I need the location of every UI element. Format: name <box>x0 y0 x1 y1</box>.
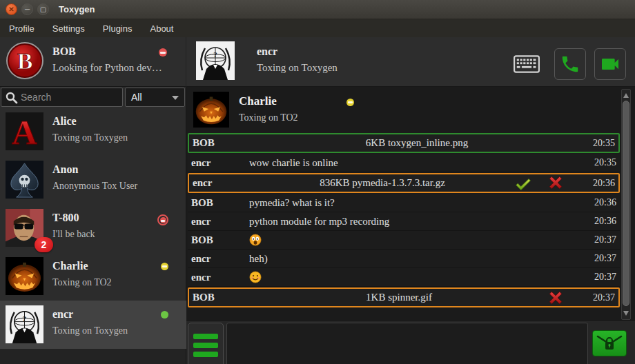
active-chat-name: encr <box>257 46 277 58</box>
contact-status-message: Toxing on TO2 <box>52 277 112 288</box>
smiling-face-emoji <box>249 271 262 283</box>
charlie-avatar <box>193 92 229 128</box>
contact-status-message: Toxing on Toxygen <box>52 325 128 336</box>
contact-status-message: Anonymous Tox User <box>52 181 137 192</box>
close-window-icon[interactable]: ✕ <box>6 3 17 15</box>
message-time: 20:35 <box>583 138 615 149</box>
menu-profile[interactable]: Profile <box>9 23 35 34</box>
contact-item-charlie[interactable]: Charlie Toxing on TO2 <box>0 252 186 301</box>
message-sender: encr <box>191 216 249 228</box>
self-name: BOB <box>52 46 76 58</box>
message-scrollbar[interactable] <box>621 89 631 320</box>
message-time: 20:37 <box>585 272 616 283</box>
self-avatar: B <box>6 41 44 80</box>
message-row: encr 20:37 <box>188 268 620 287</box>
unread-count-badge: 2 <box>35 237 53 252</box>
encr-avatar: ? <box>6 305 43 343</box>
svg-text:B: B <box>17 48 33 74</box>
contact-name: Charlie <box>239 94 277 108</box>
message-text: wow charlie is online <box>249 157 585 169</box>
contact-name: T-800 <box>52 212 79 224</box>
contact-item-t800[interactable]: T-800 I'll be back 2 <box>0 204 186 252</box>
active-chat-status-message: Toxing on Toxygen <box>257 62 338 74</box>
message-time: 20:35 <box>585 157 616 168</box>
keyboard-icon[interactable] <box>514 55 540 73</box>
menu-about[interactable]: About <box>150 23 173 34</box>
file-name: 6KB toxygen_inline.png <box>251 137 583 149</box>
chat-area: Charlie Toxing on TO2 BOB 6KB toxygen_in… <box>186 87 635 364</box>
contact-name: Charlie <box>52 260 88 272</box>
message-time: 20:36 <box>585 197 616 208</box>
message-time: 20:36 <box>583 178 615 189</box>
chat-top-contact-charlie[interactable]: Charlie Toxing on TO2 <box>188 89 620 130</box>
contact-item-alice[interactable]: A Alice Toxing on Toxygen <box>0 108 186 156</box>
decline-transfer-icon[interactable] <box>547 290 564 306</box>
contact-name: Alice <box>52 115 77 128</box>
away-status-icon <box>346 99 354 106</box>
top-panel: B BOB Looking for Python dev… ? encr Tox… <box>0 37 635 87</box>
maximize-window-icon[interactable]: ▢ <box>37 3 49 15</box>
window-title: Toxygen <box>59 4 95 14</box>
phone-icon <box>560 54 580 74</box>
charlie-avatar <box>6 257 43 295</box>
message-text: heh) <box>249 253 585 265</box>
svg-text:A: A <box>12 112 37 150</box>
contact-status-message: Toxing on Toxygen <box>52 132 128 143</box>
search-input[interactable] <box>21 89 120 105</box>
message-text: python module for mp3 recording <box>249 216 585 228</box>
message-sender: BOB <box>193 292 251 303</box>
online-status-icon <box>161 311 168 318</box>
contact-item-anon[interactable]: Anon Anonymous Tox User <box>0 156 186 204</box>
message-row: encr python module for mp3 recording 20:… <box>188 212 620 231</box>
self-profile-panel[interactable]: B BOB Looking for Python dev… <box>0 37 186 87</box>
envelope-lock-icon <box>596 333 623 354</box>
away-status-icon <box>161 263 168 270</box>
message-emoji <box>249 234 585 247</box>
video-call-button[interactable] <box>594 48 626 80</box>
message-time: 20:37 <box>585 253 616 264</box>
contact-filter-dropdown[interactable]: All <box>125 88 185 107</box>
title-bar: ✕ ─ ▢ Toxygen <box>0 0 635 19</box>
scroll-down-icon[interactable] <box>623 311 629 316</box>
message-emoji <box>249 271 585 284</box>
scrollbar-thumb[interactable] <box>623 101 629 306</box>
contact-item-encr[interactable]: ? encr Toxing on Toxygen <box>0 301 186 349</box>
message-input[interactable] <box>226 323 588 364</box>
hamburger-icon <box>193 352 218 357</box>
active-chat-header: ? encr Toxing on Toxygen <box>186 37 518 87</box>
scroll-up-icon[interactable] <box>623 92 629 98</box>
file-transfer-row: BOB 1KB spinner.gif 20:37 <box>188 287 620 307</box>
audio-call-button[interactable] <box>554 48 586 80</box>
hamburger-icon <box>193 343 218 348</box>
message-time: 20:37 <box>583 292 615 303</box>
active-chat-avatar: ? <box>196 41 235 80</box>
filter-selected-value: All <box>131 92 142 103</box>
anon-avatar <box>6 161 43 199</box>
hamburger-icon <box>193 334 218 339</box>
self-busy-status-icon <box>159 48 167 57</box>
chat-menu-button[interactable] <box>188 323 224 364</box>
search-icon <box>5 91 19 105</box>
self-status-message: Looking for Python dev… <box>52 62 162 74</box>
file-transfer-row: BOB 6KB toxygen_inline.png 20:35 <box>188 133 620 153</box>
video-camera-icon <box>599 53 621 75</box>
alice-avatar: A <box>6 112 43 150</box>
svg-text:?: ? <box>213 50 217 59</box>
accept-transfer-icon[interactable] <box>514 174 532 192</box>
chevron-down-icon <box>172 96 179 100</box>
svg-text:?: ? <box>23 314 26 323</box>
composer-bar <box>186 320 635 364</box>
message-row: encr heh) 20:37 <box>188 250 620 268</box>
menu-bar: Profile Settings Plugins About <box>0 19 635 37</box>
minimize-window-icon[interactable]: ─ <box>21 3 33 15</box>
file-transfer-row: encr 836KB pymedia-1.3.7.3.tar.gz 20:36 <box>188 173 620 193</box>
message-sender: encr <box>191 253 249 265</box>
file-name: 1KB spinner.gif <box>251 292 547 303</box>
toxygen-window: ✕ ─ ▢ Toxygen Profile Settings Plugins A… <box>0 0 635 364</box>
sidebar-footer <box>0 349 186 364</box>
menu-plugins[interactable]: Plugins <box>103 23 133 34</box>
menu-settings[interactable]: Settings <box>52 23 85 34</box>
decline-transfer-icon[interactable] <box>547 174 564 191</box>
send-message-button[interactable] <box>592 330 627 356</box>
contact-search-box <box>1 88 123 107</box>
